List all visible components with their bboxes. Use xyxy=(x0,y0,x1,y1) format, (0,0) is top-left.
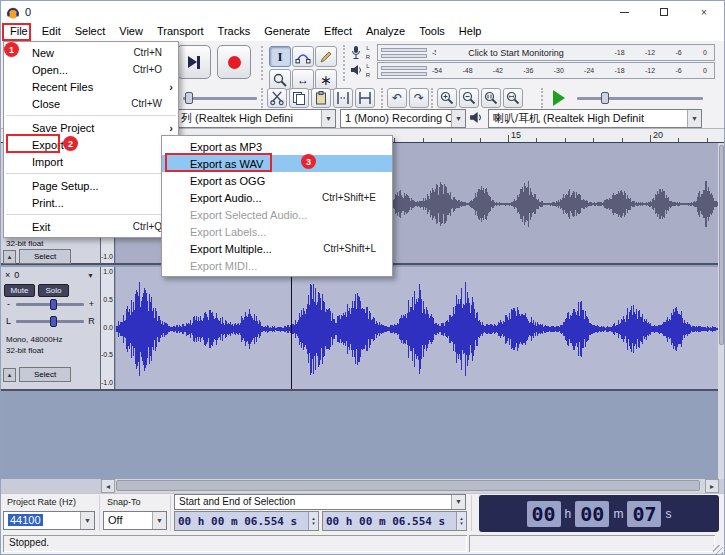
project-rate-combo[interactable]: 44100 ▼ xyxy=(3,511,95,530)
recording-channels-combo[interactable]: 1 (Mono) Recording Cha ▼ xyxy=(340,109,466,128)
maximize-button[interactable] xyxy=(644,1,684,23)
menu-item-new[interactable]: NewCtrl+N xyxy=(4,44,178,61)
menu-item-export[interactable]: Export› xyxy=(4,136,178,153)
zoom-fit-button[interactable] xyxy=(503,88,523,108)
recording-device-combo[interactable]: 列 (Realtek High Defini ▼ xyxy=(156,109,336,128)
playback-device-combo[interactable]: 喇叭/耳机 (Realtek High Definit ▼ xyxy=(488,109,702,128)
menu-item-import[interactable]: Import› xyxy=(4,153,178,170)
toolbar-grip[interactable] xyxy=(381,88,385,108)
resize-grip[interactable] xyxy=(713,545,723,555)
horizontal-scrollbar[interactable]: ◂ ▸ xyxy=(1,479,724,493)
menu-select[interactable]: Select xyxy=(68,23,113,41)
spinner[interactable]: ▴ ▾ xyxy=(308,512,318,530)
chevron-down-icon[interactable]: ▼ xyxy=(152,512,166,529)
recording-volume-slider[interactable] xyxy=(183,97,257,100)
collapse-button[interactable]: ▴ xyxy=(3,368,16,382)
multi-tool-button[interactable]: ∗ xyxy=(315,69,337,90)
undo-button[interactable]: ↶ xyxy=(387,88,407,108)
menu-item-open[interactable]: Open...Ctrl+O xyxy=(4,61,178,78)
menu-item-export-as-mp3[interactable]: Export as MP3 xyxy=(162,138,392,155)
pan-slider[interactable]: L R xyxy=(4,317,96,326)
scroll-left-button[interactable]: ◂ xyxy=(101,479,115,493)
menu-effect[interactable]: Effect xyxy=(317,23,359,41)
zoom-tool-button[interactable] xyxy=(269,69,291,90)
silence-audio-button[interactable] xyxy=(355,88,375,108)
menu-item-export-audio[interactable]: Export Audio...Ctrl+Shift+E xyxy=(162,189,392,206)
menu-item-save-project[interactable]: Save Project› xyxy=(4,119,178,136)
selection-end-field[interactable]: 00 h 00 m 06.554 s ▴ ▾ xyxy=(322,511,467,531)
chevron-down-icon[interactable]: ▼ xyxy=(451,495,465,509)
menu-tools[interactable]: Tools xyxy=(412,23,452,41)
redo-button[interactable]: ↷ xyxy=(409,88,429,108)
horizontal-scrollbar-track[interactable] xyxy=(115,479,705,493)
menu-item-export-as-ogg[interactable]: Export as OGG xyxy=(162,172,392,189)
menu-file[interactable]: File xyxy=(3,23,35,41)
menu-item-export-multiple[interactable]: Export Multiple...Ctrl+Shift+L xyxy=(162,240,392,257)
paste-button[interactable] xyxy=(311,88,331,108)
trim-audio-button[interactable] xyxy=(333,88,353,108)
menu-analyze[interactable]: Analyze xyxy=(359,23,412,41)
monitoring-text[interactable]: Click to Start Monitoring xyxy=(436,45,596,60)
snap-to-combo[interactable]: Off ▼ xyxy=(103,511,167,530)
track1-select-button[interactable]: Select xyxy=(19,249,71,264)
chevron-down-icon[interactable]: ▼ xyxy=(451,110,465,127)
play-at-speed-button[interactable] xyxy=(553,90,565,106)
chevron-down-icon[interactable]: ▼ xyxy=(80,512,94,529)
record-button[interactable] xyxy=(217,45,251,79)
gain-slider[interactable]: - + xyxy=(4,300,96,309)
toolbar-grip[interactable] xyxy=(261,88,265,108)
playback-meter[interactable]: -54-48-42-36-30-24-18-12-60 xyxy=(377,62,715,79)
menu-transport[interactable]: Transport xyxy=(150,23,211,41)
chevron-down-icon[interactable]: ▼ xyxy=(687,110,701,127)
menu-item-recent-files[interactable]: Recent Files› xyxy=(4,78,178,95)
cut-button[interactable] xyxy=(267,88,287,108)
zoom-out-button[interactable] xyxy=(459,88,479,108)
playback-speed-thumb[interactable] xyxy=(601,92,609,104)
track2-select-button[interactable]: Select xyxy=(19,367,71,382)
copy-button[interactable] xyxy=(289,88,309,108)
selection-tool-button[interactable]: I xyxy=(269,46,291,67)
selection-mode-combo[interactable]: Start and End of Selection ▼ xyxy=(174,494,466,510)
menu-generate[interactable]: Generate xyxy=(257,23,317,41)
close-button[interactable]: × xyxy=(684,1,724,23)
envelope-tool-button[interactable] xyxy=(292,46,314,67)
toolbar-grip[interactable] xyxy=(343,45,347,81)
menu-item-page-setup[interactable]: Page Setup... xyxy=(4,177,178,194)
track-close-icon[interactable]: × xyxy=(5,270,10,280)
toolbar-grip[interactable] xyxy=(541,88,545,108)
menu-item-exit[interactable]: ExitCtrl+Q xyxy=(4,218,178,235)
pan-slider-thumb[interactable] xyxy=(50,316,57,327)
spin-down-icon[interactable]: ▾ xyxy=(312,521,315,526)
toolbar-grip[interactable] xyxy=(431,88,435,108)
mute-button[interactable]: Mute xyxy=(4,284,35,297)
spin-down-icon[interactable]: ▾ xyxy=(460,521,463,526)
draw-tool-button[interactable] xyxy=(315,46,337,67)
position-minutes[interactable]: 00 xyxy=(575,501,609,527)
track2-vertical-ruler[interactable]: 1.00.50.0-0.5-1.0 xyxy=(101,267,115,389)
menu-item-close[interactable]: CloseCtrl+W xyxy=(4,95,178,112)
scroll-right-button[interactable]: ▸ xyxy=(705,479,719,493)
toolbar-grip[interactable] xyxy=(261,46,265,80)
solo-button[interactable]: Solo xyxy=(38,284,69,297)
collapse-button[interactable]: ▴ xyxy=(3,250,16,264)
timeshift-tool-button[interactable]: ↔ xyxy=(292,69,314,90)
playback-speed-slider[interactable] xyxy=(577,97,703,100)
track2-waveform[interactable] xyxy=(116,267,718,389)
audio-position-display[interactable]: 00 h 00 m 07 s xyxy=(479,495,719,532)
minimize-button[interactable] xyxy=(604,1,644,23)
vertical-scrollbar-thumb[interactable] xyxy=(719,145,724,345)
menu-view[interactable]: View xyxy=(112,23,150,41)
track2-waveform-area[interactable] xyxy=(116,267,718,389)
skip-to-end-button[interactable] xyxy=(177,45,211,79)
menu-tracks[interactable]: Tracks xyxy=(211,23,258,41)
track-menu-arrow-icon[interactable]: ▼ xyxy=(87,272,94,279)
track2-title[interactable]: 0 xyxy=(14,270,87,280)
menu-item-export-as-wav[interactable]: Export as WAV xyxy=(162,155,392,172)
position-hours[interactable]: 00 xyxy=(527,501,561,527)
menu-help[interactable]: Help xyxy=(452,23,489,41)
vertical-scrollbar[interactable] xyxy=(718,143,725,479)
recording-volume-thumb[interactable] xyxy=(185,92,193,104)
chevron-down-icon[interactable]: ▼ xyxy=(321,110,335,127)
selection-start-field[interactable]: 00 h 00 m 06.554 s ▴ ▾ xyxy=(174,511,319,531)
zoom-in-button[interactable] xyxy=(437,88,457,108)
